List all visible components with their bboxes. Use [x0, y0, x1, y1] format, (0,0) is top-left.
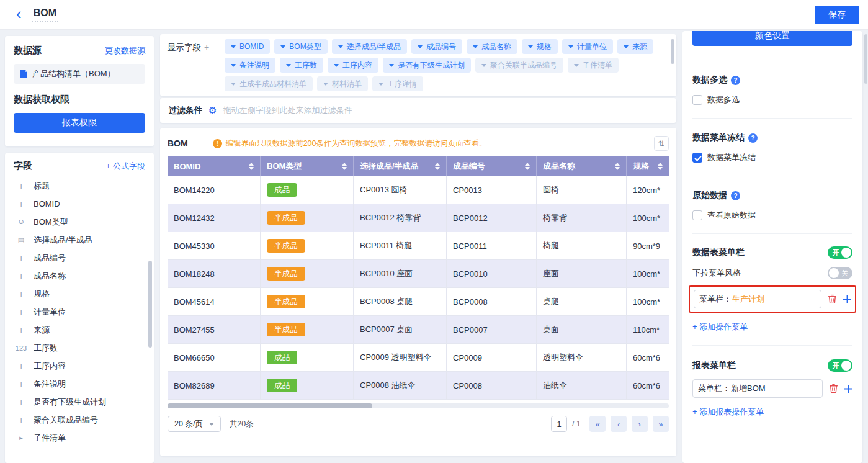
column-header[interactable]: 规格 [627, 156, 669, 176]
display-field-chip[interactable]: 备注说明 [225, 58, 275, 73]
field-item[interactable]: T计量单位 [14, 303, 154, 321]
prev-page-button[interactable]: ‹ [611, 416, 627, 432]
page-size-select[interactable]: 20 条/页 [168, 416, 221, 432]
display-field-chip-disabled[interactable]: 材料清单 [317, 76, 368, 91]
change-datasource-link[interactable]: 更改数据源 [105, 45, 145, 56]
gear-icon[interactable]: ⚙ [208, 105, 217, 116]
field-item[interactable]: T来源 [14, 321, 154, 339]
add-menu-icon[interactable] [844, 385, 852, 393]
sort-carets-icon[interactable] [342, 163, 347, 170]
multi-select-checkbox[interactable] [692, 95, 702, 105]
column-header[interactable]: 成品名称 [537, 156, 627, 176]
page-title[interactable]: BOM [32, 7, 58, 22]
display-field-chip-disabled[interactable]: 聚合关联半成品编号 [475, 58, 563, 73]
field-item[interactable]: T工序内容 [14, 357, 154, 375]
column-header[interactable]: 选择成品/半成品 [354, 156, 447, 176]
field-item[interactable]: T聚合关联成品编号 [14, 411, 154, 429]
display-field-chip[interactable]: 成品编号 [411, 39, 462, 54]
help-icon[interactable]: ? [748, 133, 758, 143]
field-item[interactable]: 123工序数 [14, 339, 154, 357]
display-field-chip[interactable]: BOMID [225, 39, 270, 54]
sort-carets-icon[interactable] [615, 163, 620, 170]
display-field-chip[interactable]: 工序内容 [328, 58, 378, 73]
display-fields-scrollbar[interactable] [671, 39, 674, 64]
back-icon[interactable]: ‹ [16, 7, 22, 20]
display-field-chip[interactable]: 计量单位 [562, 39, 613, 54]
datasource-item[interactable]: 产品结构清单（BOM） [14, 64, 145, 84]
display-field-chip-disabled[interactable]: 生成半成品材料清单 [225, 76, 313, 91]
horizontal-scrollbar[interactable] [168, 403, 669, 408]
text-field-icon: T [14, 290, 29, 298]
field-item[interactable]: ▤选择成品/半成品 [14, 231, 154, 249]
add-formula-field-link[interactable]: + 公式字段 [106, 161, 145, 172]
field-item[interactable]: T规格 [14, 285, 154, 303]
field-item[interactable]: T标题 [14, 177, 154, 195]
report-permission-button[interactable]: 报表权限 [14, 113, 145, 133]
add-action-menu-link[interactable]: + 添加操作菜单 [692, 321, 852, 333]
sort-carets-icon[interactable] [435, 163, 440, 170]
display-field-chip[interactable]: BOM类型 [274, 39, 327, 54]
sort-carets-icon[interactable] [658, 163, 663, 170]
current-page[interactable]: 1 [551, 416, 567, 432]
display-field-chip-disabled[interactable]: 工序详情 [372, 76, 423, 91]
table-sort-icon[interactable]: ⇅ [654, 136, 669, 151]
display-field-chip[interactable]: 选择成品/半成品 [332, 39, 407, 54]
first-page-button[interactable]: « [589, 416, 606, 432]
column-header-label: 成品名称 [543, 161, 575, 172]
display-field-chip[interactable]: 是否有下级生成计划 [383, 58, 471, 73]
window-scrollbar[interactable] [864, 34, 867, 84]
table-menu-item[interactable]: 菜单栏： 生产计划 [694, 290, 821, 308]
field-label: 规格 [34, 289, 50, 300]
add-display-field-icon[interactable]: + [204, 42, 209, 52]
display-field-chip[interactable]: 规格 [522, 39, 558, 54]
column-header[interactable]: BOMID [168, 156, 261, 176]
warning-icon: ! [213, 139, 222, 148]
filter-dropzone-placeholder: 拖动左侧字段到此处来添加过滤条件 [223, 105, 352, 116]
add-menu-icon[interactable] [843, 295, 851, 303]
dropdown-style-toggle[interactable]: 关 [828, 267, 852, 279]
table-menu-item-highlight: 菜单栏： 生产计划 [689, 285, 856, 313]
sort-carets-icon[interactable] [249, 163, 254, 170]
filter-panel[interactable]: 过滤条件 ⚙ 拖动左侧字段到此处来添加过滤条件 [160, 98, 676, 123]
page-of-total: / 1 [572, 420, 581, 428]
field-item[interactable]: T备注说明 [14, 375, 154, 393]
column-header-label: BOMID [174, 162, 200, 171]
horizontal-scrollbar-thumb[interactable] [168, 403, 372, 408]
field-item[interactable]: ▸子件清单 [14, 429, 154, 447]
display-field-chip[interactable]: 成品名称 [467, 39, 517, 54]
field-label: 备注说明 [34, 379, 66, 390]
save-button[interactable]: 保存 [815, 6, 859, 24]
table-row: BOM27455 半成品 BCP0007 桌面 BCP0007 桌面 110cm… [168, 316, 669, 344]
last-page-button[interactable]: » [653, 416, 669, 432]
field-item[interactable]: TBOMID [14, 195, 154, 213]
fields-scrollbar[interactable] [148, 261, 152, 348]
cell-bomid: BOM45614 [168, 288, 261, 316]
display-field-chip[interactable]: 工序数 [280, 58, 323, 73]
help-icon[interactable]: ? [731, 191, 740, 200]
column-header[interactable]: 成品编号 [447, 156, 537, 176]
sort-carets-icon[interactable] [525, 163, 530, 170]
chip-label: 工序数 [295, 60, 317, 71]
column-header[interactable]: BOM类型 [261, 156, 354, 176]
trash-icon[interactable] [828, 294, 837, 304]
cell-bom-type: 半成品 [261, 204, 354, 232]
field-item[interactable]: T成品编号 [14, 249, 154, 267]
add-report-action-menu-link[interactable]: + 添加报表操作菜单 [692, 407, 852, 418]
report-menu-item[interactable]: 菜单栏： 新增BOM [692, 379, 823, 398]
report-menu-toggle[interactable]: 开 [828, 359, 852, 372]
color-settings-button[interactable]: 颜色设置 [692, 31, 852, 46]
raw-data-checkbox[interactable] [692, 210, 702, 220]
display-field-chip-disabled[interactable]: 子件清单 [568, 58, 619, 73]
field-item[interactable]: T是否有下级生成计划 [14, 393, 154, 411]
next-page-button[interactable]: › [632, 416, 648, 432]
display-field-chip[interactable]: 来源 [617, 39, 653, 54]
help-icon[interactable]: ? [731, 76, 740, 85]
table-menu-toggle[interactable]: 开 [828, 246, 852, 259]
field-label: 选择成品/半成品 [34, 235, 92, 246]
chip-label: 材料清单 [332, 79, 362, 89]
multi-select-label: 数据多选 [707, 94, 740, 106]
menu-freeze-checkbox[interactable] [692, 153, 702, 163]
field-item[interactable]: T成品名称 [14, 267, 154, 285]
trash-icon[interactable] [829, 384, 838, 393]
field-item[interactable]: ⊙BOM类型 [14, 213, 154, 231]
